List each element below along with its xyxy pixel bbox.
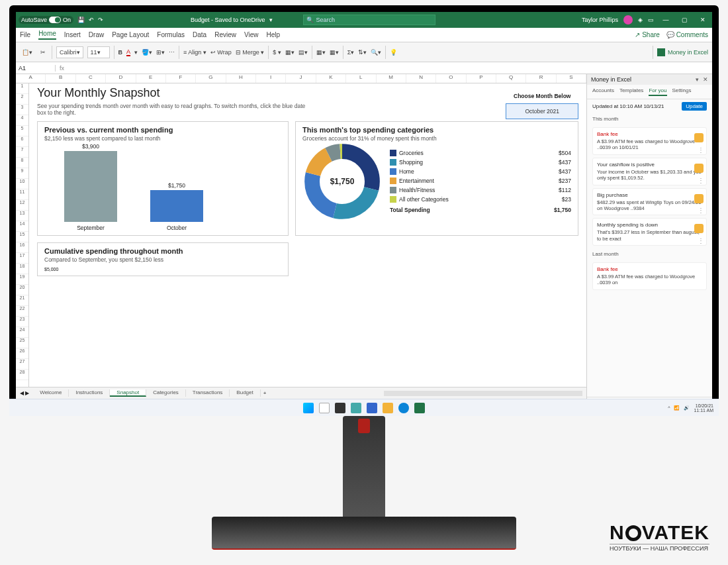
menu-help[interactable]: Help (266, 31, 280, 38)
monitor-stand-neck (343, 416, 385, 522)
menu-insert[interactable]: Insert (64, 31, 81, 38)
taskbar-date[interactable]: 10/20/21 (694, 403, 713, 408)
autosave-toggle[interactable]: AutoSave On (19, 16, 73, 24)
widgets-icon[interactable] (351, 403, 361, 413)
menu-pagelayout[interactable]: Page Layout (112, 31, 149, 38)
menu-review[interactable]: Review (214, 31, 236, 38)
more-icon[interactable]: ⋯ (169, 49, 175, 56)
card2-subtitle: Groceries account for 31% of money spent… (302, 135, 571, 142)
chat-icon[interactable] (367, 403, 377, 413)
update-button[interactable]: Update (682, 102, 707, 111)
wrap-icon[interactable]: ↩ Wrap (210, 49, 232, 56)
menu-formulas[interactable]: Formulas (157, 31, 185, 38)
autosave-state: On (63, 17, 71, 23)
bold-icon[interactable]: B (118, 49, 123, 56)
redo-icon[interactable]: ↷ (98, 17, 103, 23)
formula-bar: A1 fx (16, 62, 712, 74)
sort-icon[interactable]: ⇅▾ (358, 49, 367, 56)
column-headers[interactable]: ABCDEFGHIJKLMNOPQRS (16, 74, 586, 83)
sheet-tab-budget[interactable]: Budget (230, 389, 260, 397)
insight-card[interactable]: Your cashflow is positiveYour income in … (592, 158, 707, 185)
volume-icon[interactable]: 🔊 (684, 405, 690, 411)
merge-icon[interactable]: ⊟ Merge ▾ (236, 49, 265, 56)
user-name[interactable]: Taylor Phillips (582, 17, 618, 23)
number-format-icon[interactable]: $ ▾ (273, 49, 281, 56)
panel-tab-for-you[interactable]: For you (649, 87, 666, 96)
card-prev-vs-current: Previous vs. current month spending $2,1… (37, 121, 289, 236)
align-icon[interactable]: ≡ Align ▾ (183, 49, 206, 56)
name-box[interactable]: A1 (16, 65, 56, 72)
start-icon[interactable] (303, 403, 314, 413)
insert-cells-icon[interactable]: ▦▾ (316, 49, 326, 56)
analyze-icon[interactable]: 💡 (390, 49, 397, 56)
panel-tab-accounts[interactable]: Accounts (592, 87, 614, 96)
diamond-icon[interactable]: ◈ (638, 17, 643, 23)
explorer-icon[interactable] (383, 403, 393, 413)
undo-icon[interactable]: ↶ (89, 17, 94, 23)
menu-file[interactable]: File (20, 31, 30, 38)
bar-chart: $3,900September$1,750October (44, 142, 281, 231)
font-size-select[interactable]: 11 ▾ (87, 46, 110, 58)
panel-menu-icon[interactable]: ▾ (696, 76, 699, 83)
taskview-icon[interactable] (335, 403, 345, 413)
choose-month: Choose Month Below October 2021 (506, 93, 578, 119)
horizontal-scrollbar[interactable] (384, 391, 582, 396)
toggle-icon (49, 17, 61, 23)
sheet-tab-instructions[interactable]: Instructions (69, 389, 110, 397)
brand: NVATEK НОУТБУКИ — НАША ПРОФЕССИЯ (610, 521, 709, 552)
card1-title: Previous vs. current month spending (44, 126, 281, 134)
sheet-tab-categories[interactable]: Categories (146, 389, 186, 397)
panel-section-this: This month (587, 113, 712, 125)
search-box[interactable]: 🔍 Search (303, 15, 435, 25)
borders-icon[interactable]: ⊞▾ (156, 49, 165, 56)
menu-home[interactable]: Home (38, 30, 56, 40)
share-button[interactable]: ↗ Share (635, 31, 659, 38)
font-name-select[interactable]: Calibri ▾ (56, 46, 83, 58)
maximize-button[interactable]: ▢ (678, 17, 691, 23)
paste-icon[interactable]: 📋▾ (22, 49, 32, 56)
excel-icon[interactable] (414, 403, 425, 413)
money-in-excel-button[interactable]: Money in Excel (657, 48, 708, 56)
row-headers[interactable]: 1234567891011121314151617181920212223242… (16, 83, 29, 387)
comments-button[interactable]: 💬 Comments (666, 31, 708, 38)
chevron-up-icon[interactable]: ^ (668, 405, 670, 410)
page-title: Your Monthly Snapshot (37, 86, 578, 100)
menu-draw[interactable]: Draw (89, 31, 104, 38)
insight-card[interactable]: Monthly spending is downThat's $393.27 l… (592, 218, 707, 246)
tray-icon[interactable]: ▭ (648, 17, 654, 23)
insight-card[interactable]: Big purchase$482.29 was spent at Wingtip… (592, 188, 707, 216)
autosum-icon[interactable]: Σ▾ (347, 49, 355, 56)
title-dropdown-icon[interactable]: ▾ (269, 17, 273, 23)
fill-color-icon[interactable]: 🪣▾ (142, 49, 152, 56)
conditional-format-icon[interactable]: ▦▾ (285, 49, 295, 56)
save-icon[interactable]: 💾 (77, 17, 85, 23)
monitor-bezel: AutoSave On 💾 ↶ ↷ Budget - Saved to OneD… (9, 5, 719, 416)
menu-data[interactable]: Data (193, 31, 206, 38)
screen: AutoSave On 💾 ↶ ↷ Budget - Saved to OneD… (16, 12, 712, 409)
panel-section-last: Last month (587, 248, 712, 260)
brand-tagline: НОУТБУКИ — НАША ПРОФЕССИЯ (610, 544, 709, 552)
insight-card[interactable]: Bank fee A $3.99 ATM fee was charged to … (592, 262, 707, 290)
sheet-tab-welcome[interactable]: Welcome (33, 389, 69, 397)
delete-cells-icon[interactable]: ▦▾ (330, 49, 339, 56)
table-format-icon[interactable]: ▤▾ (298, 49, 308, 56)
close-button[interactable]: ✕ (696, 17, 709, 23)
minimize-button[interactable]: — (659, 17, 672, 23)
panel-close-icon[interactable]: ✕ (703, 76, 708, 83)
fx-label[interactable]: fx (56, 65, 68, 72)
menu-view[interactable]: View (244, 31, 259, 38)
avatar[interactable] (623, 15, 633, 25)
font-color-icon[interactable]: A (126, 48, 130, 56)
taskbar-time[interactable]: 11:11 AM (694, 408, 713, 413)
panel-tab-templates[interactable]: Templates (619, 87, 643, 96)
wifi-icon[interactable]: 📶 (674, 405, 680, 411)
edge-icon[interactable] (398, 403, 409, 413)
month-button[interactable]: October 2021 (506, 103, 578, 119)
sheet-tab-snapshot[interactable]: Snapshot (110, 389, 146, 397)
find-icon[interactable]: 🔍▾ (371, 49, 381, 56)
panel-tab-settings[interactable]: Settings (672, 87, 692, 96)
sheet-tab-transactions[interactable]: Transactions (186, 389, 230, 397)
taskbar-search-icon[interactable] (319, 403, 330, 413)
cut-icon[interactable]: ✂ (40, 49, 46, 56)
insight-card[interactable]: Bank feeA $3.99 ATM fee was charged to W… (592, 127, 707, 155)
